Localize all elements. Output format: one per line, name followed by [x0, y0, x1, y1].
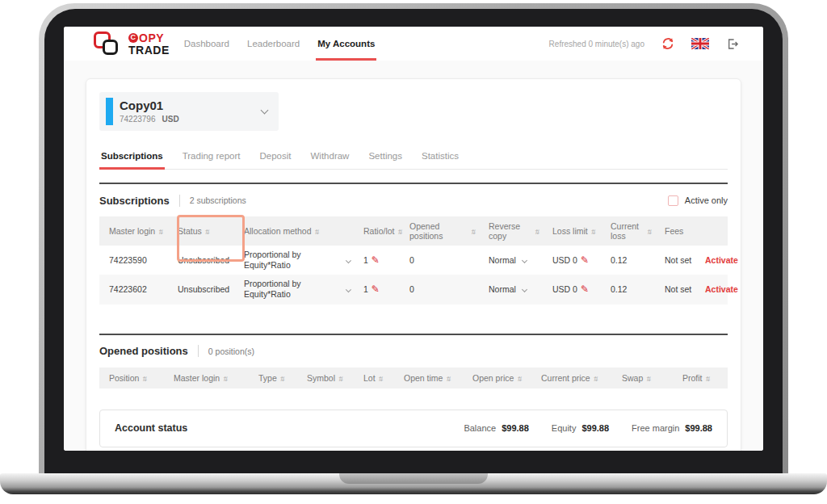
- language-button[interactable]: [691, 38, 709, 49]
- subscription-row: 74223602 Unsubscribed Proportional by Eq…: [99, 275, 728, 304]
- col-lot[interactable]: Lot: [354, 368, 394, 388]
- logo-text-opy: OPY: [139, 32, 164, 44]
- equity-value: $99.88: [581, 423, 609, 433]
- laptop-base: [0, 473, 827, 494]
- account-color-bar: [106, 98, 113, 125]
- tab-withdraw[interactable]: Withdraw: [309, 144, 351, 169]
- refresh-button[interactable]: [661, 36, 675, 51]
- laptop-frame: COPY TRADE Dashboard Leaderboard My Acco…: [39, 3, 788, 473]
- account-login: 74223796: [120, 115, 156, 124]
- col-loss-limit[interactable]: Loss limit: [543, 221, 601, 241]
- copytrade-logo: COPY TRADE: [94, 30, 170, 57]
- col-open-price[interactable]: Open price: [463, 368, 531, 388]
- laptop-base-notch: [339, 473, 488, 484]
- chevron-down-icon: [261, 106, 269, 114]
- vertical-separator: [179, 195, 180, 207]
- sort-icon: [516, 373, 522, 383]
- cell-allocation-method[interactable]: Proportional by Equity*Ratio: [234, 246, 354, 275]
- cell-master-login: 74223590: [99, 251, 168, 269]
- subscriptions-header: Subscriptions 2 subscriptions Active onl…: [99, 184, 728, 216]
- col-profit[interactable]: Profit: [673, 368, 729, 388]
- sort-icon: [338, 373, 343, 383]
- account-status-box: Account status Balance $99.88 Equity $99…: [99, 410, 728, 447]
- col-master-login[interactable]: Master login: [99, 221, 168, 241]
- edit-pencil-icon[interactable]: ✎: [581, 255, 589, 265]
- activate-button[interactable]: Activate: [705, 284, 738, 294]
- col-opened-positions[interactable]: Opened positions: [400, 216, 479, 246]
- logo-text: COPY TRADE: [128, 32, 170, 56]
- account-info: Copy01 74223796USD: [120, 99, 179, 124]
- subscriptions-count: 2 subscriptions: [190, 195, 246, 205]
- sort-icon: [204, 226, 210, 236]
- col-allocation-method[interactable]: Allocation method: [234, 221, 354, 241]
- col-type[interactable]: Type: [249, 368, 297, 388]
- logo-icon: [94, 30, 121, 57]
- free-margin-value: $99.88: [685, 423, 712, 433]
- logo-text-top: COPY: [128, 32, 170, 44]
- cell-ratio-lot: 1✎: [354, 251, 400, 269]
- edit-pencil-icon[interactable]: ✎: [372, 284, 380, 294]
- opened-positions-count: 0 position(s): [208, 346, 254, 356]
- edit-pencil-icon[interactable]: ✎: [581, 284, 589, 294]
- cell-action: Activate: [695, 251, 729, 269]
- cell-opened-positions: 0: [400, 280, 479, 298]
- col-symbol[interactable]: Symbol: [297, 368, 354, 388]
- vertical-separator: [198, 345, 199, 357]
- col-reverse-copy[interactable]: Reverse copy: [479, 216, 543, 246]
- free-margin-metric: Free margin $99.88: [632, 423, 712, 433]
- col-ratio-lot[interactable]: Ratio/lot: [354, 221, 400, 241]
- cell-allocation-method[interactable]: Proportional by Equity*Ratio: [234, 275, 354, 304]
- logout-button[interactable]: [725, 37, 739, 51]
- account-selector[interactable]: Copy01 74223796USD: [99, 92, 279, 131]
- sort-icon: [313, 226, 319, 236]
- cell-current-loss: 0.12: [601, 280, 655, 298]
- col-open-time[interactable]: Open time: [394, 368, 463, 388]
- cell-fees: Not set: [655, 251, 695, 269]
- active-only-toggle[interactable]: Active only: [668, 195, 728, 206]
- tab-subscriptions[interactable]: Subscriptions: [99, 144, 165, 169]
- col-status[interactable]: Status: [168, 221, 234, 241]
- account-tabs: Subscriptions Trading report Deposit Wit…: [99, 144, 728, 170]
- cell-fees: Not set: [655, 280, 695, 298]
- laptop-bezel: COPY TRADE Dashboard Leaderboard My Acco…: [44, 9, 783, 473]
- tab-deposit[interactable]: Deposit: [258, 144, 293, 169]
- col-actions: [695, 226, 729, 236]
- nav-dashboard[interactable]: Dashboard: [184, 27, 229, 61]
- balance-metric: Balance $99.88: [464, 423, 528, 433]
- sort-icon: [646, 226, 652, 236]
- opened-positions-title: Opened positions: [99, 345, 188, 357]
- tab-statistics[interactable]: Statistics: [420, 144, 460, 169]
- edit-pencil-icon[interactable]: ✎: [372, 255, 380, 265]
- col-position[interactable]: Position: [99, 368, 164, 388]
- sort-icon: [593, 373, 598, 383]
- nav-leaderboard[interactable]: Leaderboard: [247, 27, 300, 61]
- tab-trading-report[interactable]: Trading report: [181, 144, 242, 169]
- col-master-login[interactable]: Master login: [164, 368, 249, 388]
- cell-reverse-copy[interactable]: Normal: [479, 280, 543, 298]
- my-accounts-card: Copy01 74223796USD Subscriptions Trading…: [86, 78, 741, 451]
- sort-icon: [445, 373, 451, 383]
- active-only-label: Active only: [685, 195, 728, 205]
- activate-button[interactable]: Activate: [705, 255, 738, 265]
- sort-icon: [705, 373, 711, 383]
- account-name: Copy01: [120, 99, 179, 113]
- cell-reverse-copy[interactable]: Normal: [479, 251, 543, 269]
- active-only-checkbox[interactable]: [668, 195, 678, 206]
- sort-icon: [378, 373, 384, 383]
- tab-settings[interactable]: Settings: [367, 144, 404, 169]
- account-currency: USD: [162, 115, 179, 124]
- col-swap[interactable]: Swap: [612, 368, 673, 388]
- main-nav: Dashboard Leaderboard My Accounts: [184, 27, 376, 61]
- chevron-down-icon: [346, 287, 351, 292]
- chevron-down-icon: [522, 258, 527, 263]
- cell-action: Activate: [695, 280, 729, 298]
- col-current-loss[interactable]: Current loss: [601, 216, 655, 246]
- col-current-price[interactable]: Current price: [531, 368, 612, 388]
- cell-opened-positions: 0: [400, 251, 479, 269]
- subscriptions-table: Master login Status Allocation method Ra…: [99, 216, 728, 304]
- laptop-screen: COPY TRADE Dashboard Leaderboard My Acco…: [64, 27, 763, 451]
- nav-my-accounts[interactable]: My Accounts: [317, 27, 375, 61]
- opened-positions-header: Opened positions 0 position(s): [99, 335, 728, 368]
- col-fees: Fees: [655, 221, 695, 241]
- subscription-row: 74223590 Unsubscribed Proportional by Eq…: [99, 246, 728, 275]
